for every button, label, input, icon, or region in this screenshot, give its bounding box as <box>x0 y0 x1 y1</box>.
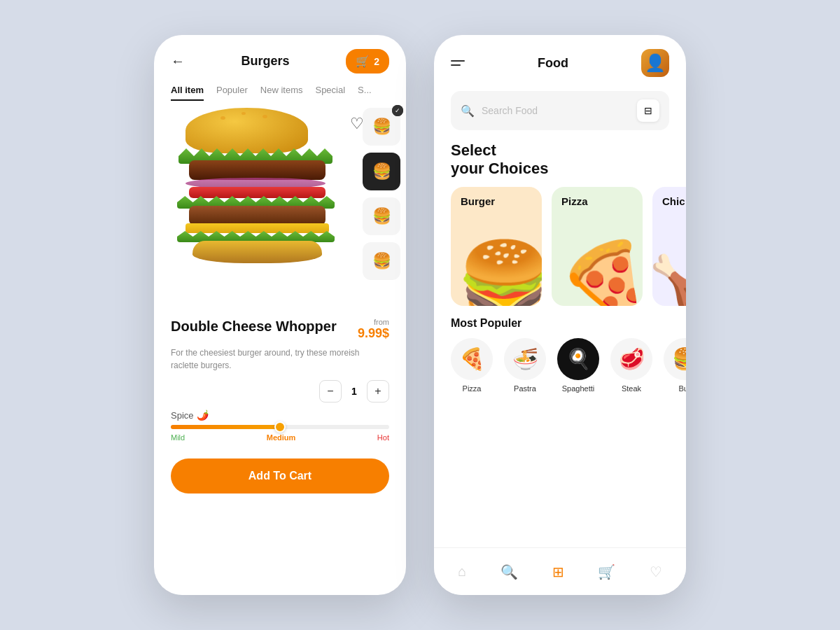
choice-label-burger: Burger <box>461 195 532 207</box>
search-icon: 🔍 <box>461 104 475 118</box>
home-icon: ⌂ <box>458 564 466 580</box>
back-button[interactable]: ← <box>171 53 185 69</box>
quantity-value: 1 <box>342 386 367 397</box>
thumbnail-item[interactable]: 🍔 <box>363 197 400 235</box>
product-header: Double Cheese Whopper from 9.99$ <box>171 318 389 341</box>
search-nav-icon: 🔍 <box>500 564 518 580</box>
popular-item-pastra[interactable]: 🍜 Pastra <box>504 338 546 393</box>
tab-special[interactable]: Special <box>315 85 345 101</box>
choice-card-pizza[interactable]: Pizza 🍕 <box>552 187 643 306</box>
product-price: 9.99$ <box>358 326 389 341</box>
cart-nav-icon: 🛒 <box>598 564 615 580</box>
quantity-row: − 1 + <box>171 380 389 402</box>
popular-label-pizza: Pizza <box>463 384 482 393</box>
left-title: Burgers <box>241 54 290 69</box>
popular-label-spaghetti: Spaghetti <box>562 384 594 393</box>
popular-section-title: Most Populer <box>434 306 686 338</box>
burger-image-area: ♡ 🍔 ✓ 🍔 🍔 🍔 <box>154 101 406 318</box>
grid-icon: ⊞ <box>552 564 564 580</box>
heart-nav-icon: ♡ <box>650 564 662 580</box>
right-title: Food <box>538 56 568 71</box>
spice-section: Spice 🌶️ Mild Medium Hot <box>154 410 406 442</box>
product-name: Double Cheese Whopper <box>171 318 337 335</box>
user-avatar[interactable]: 👤 <box>641 49 669 77</box>
from-label: from <box>358 318 389 326</box>
choice-label-pizza: Pizza <box>561 195 633 207</box>
product-info: Double Cheese Whopper from 9.99$ For the… <box>154 318 406 402</box>
cart-count: 2 <box>374 56 379 67</box>
product-description: For the cheesiest burger around, try the… <box>171 346 389 372</box>
search-bar: 🔍 Search Food ⊟ <box>451 91 669 130</box>
spice-thumb <box>274 421 286 433</box>
tab-more[interactable]: S... <box>358 85 372 101</box>
spice-mild: Mild <box>171 433 185 442</box>
choices-scroll: Burger 🍔 Pizza 🍕 Chic 🍗 <box>434 187 686 306</box>
chicken-food-image: 🍗 <box>652 257 686 306</box>
menu-icon[interactable] <box>451 60 465 66</box>
popular-circle-pizza: 🍕 <box>451 338 493 380</box>
thumbnail-item[interactable]: 🍔 ✓ <box>363 108 400 146</box>
left-header: ← Burgers 🛒 2 <box>154 35 406 80</box>
popular-circle-burger: 🍔 <box>664 338 686 380</box>
bottom-nav: ⌂ 🔍 ⊞ 🛒 ♡ <box>434 547 686 595</box>
spice-slider[interactable] <box>171 425 389 429</box>
nav-favorites[interactable]: ♡ <box>641 558 671 586</box>
quantity-decrease[interactable]: − <box>319 380 342 402</box>
tabs-bar: All item Populer New items Special S... <box>154 80 406 101</box>
popular-label-pastra: Pastra <box>514 384 536 393</box>
thumbnail-list: 🍔 ✓ 🍔 🍔 🍔 <box>363 108 400 280</box>
left-phone: ← Burgers 🛒 2 All item Populer New items… <box>154 35 406 595</box>
price-section: from 9.99$ <box>358 318 389 341</box>
spice-fill <box>171 425 280 429</box>
phones-container: ← Burgers 🛒 2 All item Populer New items… <box>154 35 686 595</box>
popular-item-pizza[interactable]: 🍕 Pizza <box>451 338 493 393</box>
burger-food-image: 🍔 <box>456 243 542 306</box>
tab-new-items[interactable]: New items <box>260 85 303 101</box>
popular-label-burger: Bur <box>678 384 686 393</box>
popular-circle-pastra: 🍜 <box>504 338 546 380</box>
add-to-cart-button[interactable]: Add To Cart <box>171 458 389 493</box>
nav-cart[interactable]: 🛒 <box>589 558 624 586</box>
chili-icon: 🌶️ <box>197 410 209 421</box>
thumbnail-item[interactable]: 🍔 <box>363 153 400 190</box>
spice-label: Spice 🌶️ <box>171 410 389 421</box>
tab-all-item[interactable]: All item <box>171 85 204 101</box>
thumbnail-item[interactable]: 🍔 <box>363 242 400 280</box>
popular-scroll: 🍕 Pizza 🍜 Pastra 🍳 Spaghetti 🥩 Steak 🍔 B… <box>434 338 686 393</box>
cart-button[interactable]: 🛒 2 <box>346 49 389 74</box>
popular-item-burger[interactable]: 🍔 Bur <box>664 338 686 393</box>
filter-icon: ⊟ <box>644 105 652 116</box>
spice-medium: Medium <box>267 433 296 442</box>
spice-hot: Hot <box>377 433 389 442</box>
heart-icon[interactable]: ♡ <box>350 115 364 133</box>
choices-section-title: Selectyour Choices <box>434 137 686 187</box>
nav-search[interactable]: 🔍 <box>492 558 526 586</box>
filter-button[interactable]: ⊟ <box>637 99 659 122</box>
popular-item-steak[interactable]: 🥩 Steak <box>610 338 652 393</box>
popular-circle-steak: 🥩 <box>610 338 652 380</box>
right-phone: Food 👤 🔍 Search Food ⊟ Selectyour Choice… <box>434 35 686 595</box>
choice-label-chicken: Chic <box>662 195 686 207</box>
bun-top <box>186 108 308 153</box>
popular-item-spaghetti[interactable]: 🍳 Spaghetti <box>557 338 599 393</box>
popular-circle-spaghetti: 🍳 <box>557 338 599 380</box>
spice-labels: Mild Medium Hot <box>171 433 389 442</box>
choice-card-chicken[interactable]: Chic 🍗 <box>652 187 686 306</box>
nav-home[interactable]: ⌂ <box>449 558 475 585</box>
nav-grid[interactable]: ⊞ <box>544 558 573 586</box>
menu-line-1 <box>451 60 465 62</box>
right-header: Food 👤 <box>434 35 686 84</box>
menu-line-2 <box>451 64 461 66</box>
burger-exploded-view <box>172 108 340 311</box>
tab-populer[interactable]: Populer <box>216 85 248 101</box>
quantity-increase[interactable]: + <box>367 380 389 402</box>
choice-card-burger[interactable]: Burger 🍔 <box>451 187 542 306</box>
search-input[interactable]: Search Food <box>482 105 630 116</box>
cart-icon: 🛒 <box>356 55 370 68</box>
popular-label-steak: Steak <box>622 384 641 393</box>
pizza-food-image: 🍕 <box>557 243 643 306</box>
